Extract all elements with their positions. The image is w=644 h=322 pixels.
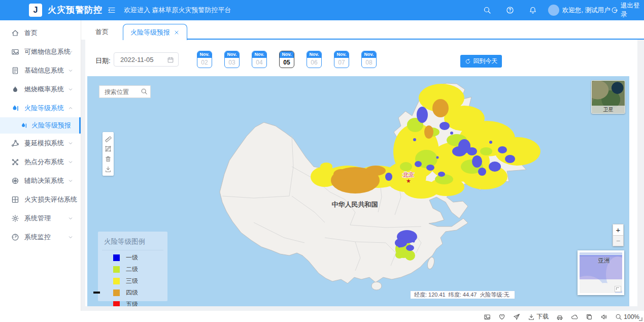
draw-area-tool-button[interactable] xyxy=(103,144,114,154)
menu-fold-icon[interactable] xyxy=(108,6,116,14)
sidebar-item-6[interactable]: 蔓延模拟系统 xyxy=(0,134,81,152)
content-area: 首页火险等级预报 日期: Nov.02Nov.03Nov.04Nov.05Nov… xyxy=(81,20,644,311)
download-icon[interactable]: 下载 xyxy=(528,312,549,321)
gauge-icon xyxy=(11,233,19,241)
date-input[interactable] xyxy=(119,55,168,64)
sidebar-item-label: 可燃物信息系统 xyxy=(24,47,71,56)
app-title: 火灾预警防控 xyxy=(48,0,103,20)
legend-item-五级: 五级 xyxy=(113,300,167,306)
chevron-down-icon xyxy=(67,178,74,184)
spread-icon xyxy=(11,139,19,147)
date-card-02[interactable]: Nov.02 xyxy=(197,51,212,68)
legend-swatch xyxy=(113,278,120,284)
date-card-06[interactable]: Nov.06 xyxy=(307,51,322,68)
export-tool-button[interactable] xyxy=(103,164,114,174)
sidebar-subitem-label: 火险等级预报 xyxy=(31,121,71,130)
date-card-03[interactable]: Nov.03 xyxy=(224,51,240,68)
sidebar-item-label: 辅助决策系统 xyxy=(24,176,64,185)
app-logo: J xyxy=(29,4,42,17)
bell-icon[interactable] xyxy=(529,6,537,14)
resize-handle-icon xyxy=(639,317,642,321)
home-icon xyxy=(11,29,19,37)
gear-icon xyxy=(11,214,19,222)
minimap-label: 亚洲 xyxy=(598,256,610,265)
legend-item-一级: 一级 xyxy=(113,253,167,262)
chevron-down-icon xyxy=(67,68,74,74)
sidebar-item-label: 系统监控 xyxy=(24,233,51,242)
tab-首页[interactable]: 首页 xyxy=(88,24,116,40)
chevron-down-icon xyxy=(67,86,74,92)
cloud-icon[interactable] xyxy=(571,313,578,320)
satellite-layer-toggle[interactable]: 卫星 xyxy=(591,80,625,114)
copy-icon[interactable] xyxy=(586,313,593,320)
scrollbar[interactable] xyxy=(638,41,642,322)
date-card-08[interactable]: Nov.08 xyxy=(361,51,377,68)
map-search-input[interactable] xyxy=(104,88,141,96)
document-icon xyxy=(11,67,19,75)
car-icon[interactable] xyxy=(556,313,563,320)
chevron-down-icon xyxy=(67,234,74,240)
sidebar-item-3[interactable]: 基础信息系统 xyxy=(0,61,81,80)
chevron-down-icon xyxy=(67,140,74,146)
user-greeting: 欢迎您, 测试用户 xyxy=(562,0,610,20)
sidebar-item-8[interactable]: 辅助决策系统 xyxy=(0,171,81,190)
tab-bar: 首页火险等级预报 xyxy=(81,20,644,40)
sidebar-item-10[interactable]: 系统管理 xyxy=(0,209,81,228)
map-canvas[interactable]: 中华人民共和国 ★ 北京 火险等级图例 一级二级三级四级五级 卫星 xyxy=(87,76,629,306)
legend-item-二级: 二级 xyxy=(113,265,167,274)
zoom-icon[interactable]: 100% xyxy=(615,313,639,320)
back-to-today-button[interactable]: 回到今天 xyxy=(460,55,502,68)
map-tool-palette xyxy=(103,132,114,176)
satellite-layer-label: 卫星 xyxy=(592,106,625,113)
logout-button[interactable]: 退出登录 xyxy=(611,0,644,20)
avatar[interactable] xyxy=(548,5,559,16)
sidebar-item-label: 火险等级系统 xyxy=(24,104,64,113)
coordinate-status-bar: 经度:120.41 纬度:44.47 火险等级:无 xyxy=(410,291,515,299)
zoom-out-button[interactable]: − xyxy=(613,236,624,246)
speaker-icon[interactable] xyxy=(600,313,607,320)
tab-火险等级预报[interactable]: 火险等级预报 xyxy=(123,24,187,40)
sidebar-item-label: 首页 xyxy=(24,28,38,38)
sidebar-item-2[interactable]: 可燃物信息系统 xyxy=(0,42,81,61)
map-search-box[interactable] xyxy=(99,85,151,98)
flame2-icon xyxy=(11,104,19,112)
zoom-in-button[interactable]: + xyxy=(613,224,624,236)
sidebar-item-label: 燃烧概率系统 xyxy=(24,85,64,94)
sidebar-item-label: 系统管理 xyxy=(24,214,51,223)
sticker-icon[interactable] xyxy=(498,313,505,320)
measure-tool-button[interactable] xyxy=(103,134,114,144)
help-icon[interactable] xyxy=(506,6,514,14)
legend-swatch xyxy=(113,254,120,261)
refresh-icon xyxy=(465,58,471,65)
image-icon[interactable] xyxy=(484,313,491,320)
sidebar-item-label: 基础信息系统 xyxy=(24,66,64,75)
search-icon[interactable] xyxy=(483,6,491,14)
sidebar-subitem-火险等级预报[interactable]: 火险等级预报 xyxy=(0,117,81,134)
legend-item-三级: 三级 xyxy=(113,277,167,285)
legend-swatch xyxy=(113,266,120,273)
date-picker[interactable] xyxy=(114,52,179,67)
sidebar-item-1[interactable]: 首页 xyxy=(0,23,81,42)
sidebar-item-11[interactable]: 系统监控 xyxy=(0,228,81,246)
close-tab-icon[interactable] xyxy=(174,29,180,36)
sidebar-item-4[interactable]: 燃烧概率系统 xyxy=(0,80,81,99)
hainan-island xyxy=(371,282,382,290)
chevron-down-icon xyxy=(67,197,74,203)
grid-icon xyxy=(11,196,19,204)
country-label: 中华人民共和国 xyxy=(332,201,378,208)
sidebar-item-9[interactable]: 火灾损失评估系统 xyxy=(0,190,81,209)
sidebar-item-7[interactable]: 热点分布系统 xyxy=(0,152,81,171)
flame2-icon xyxy=(20,122,27,129)
magnifier-icon[interactable] xyxy=(141,88,148,95)
calendar-icon[interactable] xyxy=(167,56,174,63)
date-card-05[interactable]: Nov.05 xyxy=(279,51,294,68)
send-icon[interactable] xyxy=(513,313,520,320)
date-card-07[interactable]: Nov.07 xyxy=(334,51,349,68)
date-card-04[interactable]: Nov.04 xyxy=(252,51,267,68)
delete-tool-button[interactable] xyxy=(103,154,114,164)
sidebar-item-5[interactable]: 火险等级系统 xyxy=(0,99,81,117)
china-map: 中华人民共和国 ★ 北京 xyxy=(87,76,629,306)
chevron-down-icon xyxy=(67,215,74,221)
minimap-collapse-button[interactable] xyxy=(615,286,621,292)
overview-minimap[interactable]: 亚洲 xyxy=(578,250,624,295)
